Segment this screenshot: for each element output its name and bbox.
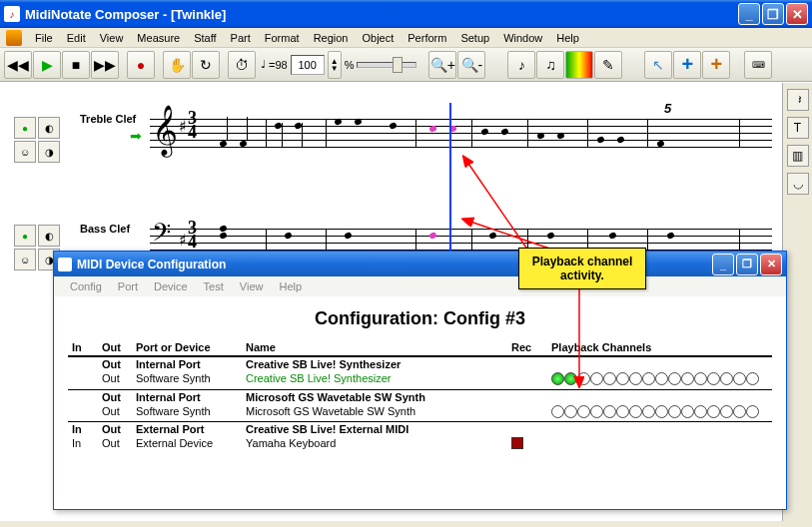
dialog-titlebar: MIDI Device Configuration _ ❐ ✕ bbox=[54, 252, 786, 276]
zoom-in-button[interactable]: 🔍+ bbox=[428, 51, 456, 79]
tempo-slider[interactable] bbox=[357, 62, 416, 68]
dlg-menu-port[interactable]: Port bbox=[110, 278, 146, 294]
channel-indicators bbox=[551, 405, 768, 418]
tool-pen[interactable]: ✎ bbox=[594, 51, 622, 79]
tool-dynamics[interactable] bbox=[565, 51, 593, 79]
staff-play-treble[interactable]: ● bbox=[14, 117, 36, 139]
bass-label: Bass Clef bbox=[80, 223, 130, 235]
tempo-stepper[interactable]: ▲▼ bbox=[328, 51, 342, 79]
tool-rest-icon[interactable]: 𝄽 bbox=[787, 89, 809, 111]
main-titlebar: ♪ MidiNotate Composer - [Twinkle] _ ❐ ✕ bbox=[0, 0, 812, 28]
staff-solo-bass[interactable]: ☺ bbox=[14, 249, 36, 270]
app-icon: ♪ bbox=[4, 6, 20, 22]
close-button[interactable]: ✕ bbox=[786, 3, 808, 25]
dlg-menu-view[interactable]: View bbox=[232, 278, 272, 294]
menu-file[interactable]: File bbox=[28, 30, 60, 46]
table-row[interactable]: OutInternal PortMicrosoft GS Wavetable S… bbox=[68, 389, 772, 404]
channel-indicators bbox=[551, 372, 768, 385]
pointer-button[interactable]: ↖ bbox=[644, 51, 672, 79]
fastfwd-button[interactable]: ▶▶ bbox=[91, 51, 119, 79]
treble-staff: Treble Clef ➡ 𝄞 ♯ 34 5 bbox=[70, 93, 772, 193]
col-rec: Rec bbox=[507, 339, 547, 356]
keyboard-view-button[interactable]: ⌨ bbox=[744, 51, 772, 79]
tempo-percent-input[interactable] bbox=[291, 55, 325, 75]
table-row[interactable]: OutSoftware SynthMicrosoft GS Wavetable … bbox=[68, 404, 772, 419]
dialog-minimize-button[interactable]: _ bbox=[712, 254, 734, 275]
time-signature: 34 bbox=[188, 111, 197, 139]
time-signature-bass: 34 bbox=[188, 221, 197, 249]
midi-config-dialog: MIDI Device Configuration _ ❐ ✕ Config P… bbox=[53, 251, 787, 510]
toolbar: ◀◀ ▶ ■ ▶▶ ● ✋ ↻ ⏱ ♩ =98 ▲▼ % 🔍+ 🔍- ♪ ♫ ✎… bbox=[0, 48, 812, 82]
percent-label: % bbox=[345, 59, 355, 71]
table-row[interactable]: InOutExternal DeviceYamaha Keyboard bbox=[68, 436, 772, 452]
table-row[interactable]: OutInternal PortCreative SB Live! Synthe… bbox=[68, 356, 772, 371]
key-sharp-bass-icon: ♯ bbox=[179, 231, 187, 250]
menu-perform[interactable]: Perform bbox=[401, 30, 453, 46]
table-row[interactable]: OutSoftware SynthCreative SB Live! Synth… bbox=[68, 371, 772, 386]
staff-mute-bass[interactable]: ◐ bbox=[38, 225, 60, 247]
bass-clef-icon: 𝄢 bbox=[152, 219, 171, 254]
col-out: Out bbox=[98, 339, 132, 356]
staff-play-bass[interactable]: ● bbox=[14, 225, 36, 247]
menubar: File Edit View Measure Staff Part Format… bbox=[0, 28, 812, 48]
dlg-menu-help[interactable]: Help bbox=[271, 278, 310, 294]
menu-object[interactable]: Object bbox=[355, 30, 401, 46]
dialog-heading: Configuration: Config #3 bbox=[68, 302, 772, 339]
dlg-menu-device[interactable]: Device bbox=[146, 278, 196, 294]
menu-part[interactable]: Part bbox=[224, 30, 258, 46]
window-title: MidiNotate Composer - [Twinkle] bbox=[25, 7, 736, 22]
menu-region[interactable]: Region bbox=[307, 30, 356, 46]
dialog-menubar: Config Port Device Test View Help bbox=[54, 276, 786, 296]
treble-label: Treble Clef bbox=[80, 113, 136, 125]
dialog-close-button[interactable]: ✕ bbox=[760, 254, 782, 275]
menu-edit[interactable]: Edit bbox=[60, 30, 93, 46]
add-button[interactable]: + bbox=[673, 51, 701, 79]
tool-note-2[interactable]: ♫ bbox=[536, 51, 564, 79]
play-cursor-icon: ➡ bbox=[130, 128, 142, 144]
menu-setup[interactable]: Setup bbox=[453, 30, 496, 46]
menu-window[interactable]: Window bbox=[496, 30, 549, 46]
menu-measure[interactable]: Measure bbox=[130, 30, 187, 46]
menu-help[interactable]: Help bbox=[549, 30, 586, 46]
callout-text: Playback channel activity. bbox=[532, 255, 633, 282]
stop-button[interactable]: ■ bbox=[62, 51, 90, 79]
col-port: Port or Device bbox=[132, 339, 242, 356]
staff-opt-treble[interactable]: ◑ bbox=[38, 141, 60, 163]
col-channels: Playback Channels bbox=[547, 339, 772, 356]
col-name: Name bbox=[242, 339, 507, 356]
tempo-value: =98 bbox=[269, 59, 288, 71]
tool-tie-icon[interactable]: ◡ bbox=[787, 173, 809, 195]
minimize-button[interactable]: _ bbox=[738, 3, 760, 25]
callout-tooltip: Playback channel activity. bbox=[518, 248, 646, 289]
play-button[interactable]: ▶ bbox=[33, 51, 61, 79]
menu-format[interactable]: Format bbox=[258, 30, 307, 46]
staff-solo-treble[interactable]: ☺ bbox=[14, 141, 36, 163]
key-sharp-icon: ♯ bbox=[179, 117, 187, 136]
maximize-button[interactable]: ❐ bbox=[762, 3, 784, 25]
dialog-icon bbox=[58, 258, 72, 271]
tool-text-icon[interactable]: T bbox=[787, 117, 809, 139]
col-in: In bbox=[68, 339, 98, 356]
table-row[interactable]: InOutExternal PortCreative SB Live! Exte… bbox=[68, 422, 772, 437]
menu-view[interactable]: View bbox=[93, 30, 131, 46]
dlg-menu-test[interactable]: Test bbox=[196, 278, 232, 294]
doc-icon bbox=[6, 30, 22, 46]
rewind-button[interactable]: ◀◀ bbox=[4, 51, 32, 79]
zoom-out-button[interactable]: 🔍- bbox=[457, 51, 485, 79]
staff-mute-treble[interactable]: ◐ bbox=[38, 117, 60, 139]
measure-number: 5 bbox=[664, 101, 671, 116]
dlg-menu-config[interactable]: Config bbox=[62, 278, 110, 294]
device-table: In Out Port or Device Name Rec Playback … bbox=[68, 339, 772, 452]
hand-button[interactable]: ✋ bbox=[163, 51, 191, 79]
add-special-button[interactable]: + bbox=[702, 51, 730, 79]
loop-button[interactable]: ↻ bbox=[192, 51, 220, 79]
playhead bbox=[449, 103, 451, 263]
tool-flag-icon[interactable]: ▥ bbox=[787, 145, 809, 167]
tempo-icon: ♩ bbox=[261, 58, 266, 71]
dialog-maximize-button[interactable]: ❐ bbox=[736, 254, 758, 275]
tool-note-1[interactable]: ♪ bbox=[507, 51, 535, 79]
menu-staff[interactable]: Staff bbox=[187, 30, 223, 46]
record-button[interactable]: ● bbox=[127, 51, 155, 79]
metronome-button[interactable]: ⏱ bbox=[228, 51, 256, 79]
rec-indicator bbox=[511, 437, 523, 449]
